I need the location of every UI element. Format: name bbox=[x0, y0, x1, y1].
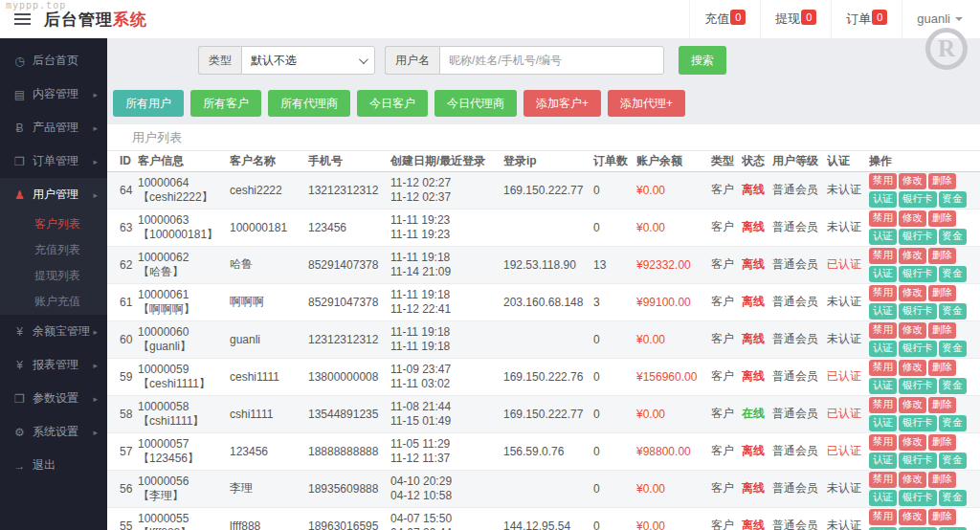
cell-type: 客户 bbox=[711, 470, 742, 507]
actions-line2: 认证银行卡资金 bbox=[869, 414, 976, 432]
main-content: 类型 默认不选 用户名 搜索 所有用户所有客户所有代理商今日客户今日代理商添加客… bbox=[107, 38, 980, 530]
modify-button[interactable]: 修改 bbox=[899, 397, 926, 413]
sidebar-item-report[interactable]: ¥报表管理▸ bbox=[0, 348, 107, 382]
bankcard-button[interactable]: 银行卡 bbox=[899, 415, 937, 431]
all-users-button[interactable]: 所有用户 bbox=[113, 90, 184, 117]
modify-button[interactable]: 修改 bbox=[899, 509, 926, 525]
modify-button[interactable]: 修改 bbox=[899, 322, 926, 339]
sidebar-subitem-customer-list[interactable]: 客户列表 bbox=[0, 211, 107, 237]
funds-button[interactable]: 资金 bbox=[939, 490, 967, 506]
certify-button[interactable]: 认证 bbox=[869, 527, 897, 530]
disable-button[interactable]: 禁用 bbox=[869, 173, 897, 189]
sidebar-item-product[interactable]: Ƀ产品管理▸ bbox=[0, 111, 107, 144]
delete-button[interactable]: 删除 bbox=[928, 322, 956, 339]
bankcard-button[interactable]: 银行卡 bbox=[899, 341, 937, 357]
modify-button[interactable]: 修改 bbox=[899, 173, 926, 189]
sidebar-item-home[interactable]: ◷后台首页 bbox=[0, 44, 107, 77]
report-icon: ¥ bbox=[12, 359, 27, 372]
sidebar-subitem-withdraw-list[interactable]: 提现列表 bbox=[0, 263, 107, 289]
funds-button[interactable]: 资金 bbox=[939, 453, 967, 469]
disable-button[interactable]: 禁用 bbox=[869, 210, 897, 227]
bankcard-button[interactable]: 银行卡 bbox=[899, 453, 937, 469]
sidebar-item-user[interactable]: ♟用户管理▸ bbox=[0, 178, 107, 211]
certify-button[interactable]: 认证 bbox=[869, 266, 897, 282]
nav-stat-recharge[interactable]: 充值0 bbox=[689, 0, 760, 38]
cell-customer-info-line2: 【123456】 bbox=[138, 452, 226, 466]
bankcard-button[interactable]: 银行卡 bbox=[899, 378, 937, 394]
funds-button[interactable]: 资金 bbox=[939, 415, 967, 431]
certify-button[interactable]: 认证 bbox=[869, 378, 897, 394]
cell-auth: 已认证 bbox=[827, 432, 869, 470]
certify-button[interactable]: 认证 bbox=[869, 490, 897, 506]
sidebar-item-yuebao[interactable]: ¥余额宝管理▸ bbox=[0, 315, 107, 348]
funds-button[interactable]: 资金 bbox=[939, 378, 967, 394]
modify-button[interactable]: 修改 bbox=[899, 360, 926, 376]
username-input[interactable] bbox=[439, 46, 664, 75]
sidebar-item-order[interactable]: ❐订单管理▸ bbox=[0, 144, 107, 178]
delete-button[interactable]: 删除 bbox=[928, 360, 956, 376]
delete-button[interactable]: 删除 bbox=[928, 434, 956, 451]
bankcard-button[interactable]: 银行卡 bbox=[899, 266, 937, 282]
funds-button[interactable]: 资金 bbox=[939, 266, 967, 282]
sidebar-item-logout[interactable]: →退出 bbox=[0, 449, 107, 482]
funds-button[interactable]: 资金 bbox=[939, 229, 967, 245]
bankcard-button[interactable]: 银行卡 bbox=[899, 191, 937, 208]
nav-stat-orders[interactable]: 订单0 bbox=[831, 0, 902, 38]
bankcard-button[interactable]: 银行卡 bbox=[899, 490, 937, 506]
modify-button[interactable]: 修改 bbox=[899, 472, 926, 488]
modify-button[interactable]: 修改 bbox=[899, 285, 926, 301]
cell-login-ip: 169.150.222.76 bbox=[503, 358, 593, 395]
certify-button[interactable]: 认证 bbox=[869, 415, 897, 431]
sidebar-subitem-recharge-list[interactable]: 充值列表 bbox=[0, 237, 107, 263]
delete-button[interactable]: 删除 bbox=[928, 285, 956, 301]
certify-button[interactable]: 认证 bbox=[869, 341, 897, 357]
disable-button[interactable]: 禁用 bbox=[869, 322, 897, 339]
bankcard-button[interactable]: 银行卡 bbox=[899, 527, 937, 530]
cell-dates-line2: 11-12 22:41 bbox=[390, 302, 500, 317]
sidebar-subitem-account-recharge[interactable]: 账户充值 bbox=[0, 289, 107, 315]
cell-actions: 禁用修改删除认证银行卡资金 bbox=[869, 283, 980, 320]
disable-button[interactable]: 禁用 bbox=[869, 472, 897, 488]
nav-stat-withdraw[interactable]: 提现0 bbox=[760, 0, 831, 38]
bankcard-button[interactable]: 银行卡 bbox=[899, 303, 937, 320]
today-customers-button[interactable]: 今日客户 bbox=[357, 90, 428, 117]
all-agents-button[interactable]: 所有代理商 bbox=[268, 90, 350, 117]
modify-button[interactable]: 修改 bbox=[899, 434, 926, 451]
disable-button[interactable]: 禁用 bbox=[869, 360, 897, 376]
sidebar-item-params[interactable]: ❐参数设置▸ bbox=[0, 382, 107, 415]
funds-button[interactable]: 资金 bbox=[939, 341, 967, 357]
sidebar-item-label: 订单管理 bbox=[33, 153, 93, 169]
certify-button[interactable]: 认证 bbox=[869, 453, 897, 469]
sidebar-item-system[interactable]: ⚙系统设置▸ bbox=[0, 415, 107, 449]
funds-button[interactable]: 资金 bbox=[939, 191, 967, 208]
certify-button[interactable]: 认证 bbox=[869, 229, 897, 245]
delete-button[interactable]: 删除 bbox=[928, 509, 956, 525]
disable-button[interactable]: 禁用 bbox=[869, 434, 897, 451]
disable-button[interactable]: 禁用 bbox=[869, 397, 897, 413]
funds-button[interactable]: 资金 bbox=[939, 527, 967, 530]
delete-button[interactable]: 删除 bbox=[928, 210, 956, 227]
disable-button[interactable]: 禁用 bbox=[869, 248, 897, 264]
delete-button[interactable]: 删除 bbox=[928, 173, 956, 189]
delete-button[interactable]: 删除 bbox=[928, 472, 956, 488]
all-customers-button[interactable]: 所有客户 bbox=[190, 90, 261, 117]
delete-button[interactable]: 删除 bbox=[928, 248, 956, 264]
today-agents-button[interactable]: 今日代理商 bbox=[434, 90, 517, 117]
add-agent-button[interactable]: 添加代理+ bbox=[608, 90, 685, 117]
search-button[interactable]: 搜索 bbox=[679, 46, 726, 75]
user-table: ID客户信息客户名称手机号创建日期/最近登录登录ip订单数账户余额类型状态用户等… bbox=[107, 151, 980, 530]
cell-dates: 11-08 21:4411-15 01:49 bbox=[390, 395, 503, 432]
certify-button[interactable]: 认证 bbox=[869, 303, 897, 320]
bankcard-button[interactable]: 银行卡 bbox=[899, 229, 937, 245]
funds-button[interactable]: 资金 bbox=[939, 303, 967, 320]
delete-button[interactable]: 删除 bbox=[928, 397, 956, 413]
disable-button[interactable]: 禁用 bbox=[869, 509, 897, 525]
modify-button[interactable]: 修改 bbox=[899, 210, 926, 227]
cell-dates: 04-10 20:2904-12 10:58 bbox=[390, 470, 503, 507]
add-customer-button[interactable]: 添加客户+ bbox=[523, 90, 601, 117]
sidebar-item-content[interactable]: ▤内容管理▸ bbox=[0, 77, 107, 111]
certify-button[interactable]: 认证 bbox=[869, 191, 897, 208]
disable-button[interactable]: 禁用 bbox=[869, 285, 897, 301]
modify-button[interactable]: 修改 bbox=[899, 248, 926, 264]
type-select[interactable]: 默认不选 bbox=[241, 46, 375, 75]
